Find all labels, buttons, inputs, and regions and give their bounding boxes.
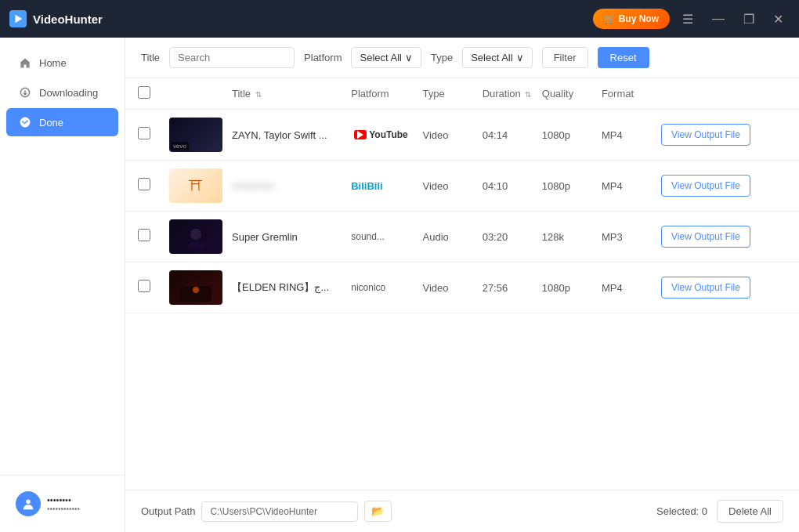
table-row: Super Gremlin sound... Audio 03:20 128k …: [125, 212, 799, 262]
platform-select-value: Select All: [360, 52, 401, 63]
row4-thumb: [169, 270, 232, 305]
menu-button[interactable]: ☰: [676, 9, 700, 30]
minimize-button[interactable]: —: [706, 9, 731, 29]
svg-marker-0: [16, 15, 23, 24]
row4-title: 【ELDEN RING】ج...: [232, 280, 351, 295]
row3-view-output-button[interactable]: View Output File: [661, 226, 750, 248]
row2-view-output-button[interactable]: View Output File: [661, 175, 750, 197]
yt-red-bg: [354, 130, 367, 139]
row1-select[interactable]: [138, 127, 150, 139]
row1-action: View Output File: [661, 124, 786, 146]
filter-button[interactable]: Filter: [542, 47, 588, 68]
svg-point-1: [26, 500, 30, 504]
row3-platform: sound...: [351, 231, 422, 242]
row1-platform: YouTube: [351, 128, 422, 141]
search-input[interactable]: [169, 47, 295, 68]
sidebar-item-done[interactable]: Done: [6, 108, 118, 136]
type-chevron-icon: ∨: [516, 52, 524, 63]
header-type: Type: [423, 88, 483, 100]
table-row: ⛩ •••••••••••••• BiliBili Video 04:10 10…: [125, 161, 799, 212]
svg-point-3: [188, 241, 204, 248]
table-header: Title ⇅ Platform Type Duration ⇅ Quality…: [125, 78, 799, 110]
type-select[interactable]: Select All ∨: [462, 47, 532, 68]
footer: Output Path 📂 Selected: 0 Delete All: [125, 490, 799, 532]
close-button[interactable]: ✕: [767, 9, 790, 30]
row4-duration: 27:56: [483, 282, 542, 294]
user-name: ••••••••: [47, 495, 80, 505]
youtube-logo: YouTube: [351, 128, 411, 141]
output-path-label: Output Path: [141, 505, 195, 517]
output-path-input[interactable]: [201, 501, 358, 522]
user-info[interactable]: •••••••• ••••••••••••: [9, 485, 115, 523]
yt-wordmark: YouTube: [369, 129, 408, 140]
maximize-button[interactable]: ❐: [737, 9, 761, 30]
row2-select[interactable]: [138, 178, 150, 190]
row2-thumb: ⛩: [169, 168, 232, 203]
soundcloud-label: sound...: [351, 231, 385, 242]
row1-quality: 1080p: [542, 129, 602, 141]
title-label: Title: [141, 52, 160, 63]
sidebar-nav: Home Downloading Done: [0, 38, 125, 147]
titlebar: VideoHunter 🛒 Buy Now ☰ — ❐ ✕: [0, 0, 799, 38]
row1-format: MP4: [602, 129, 661, 141]
footer-right: Selected: 0 Delete All: [656, 500, 783, 523]
row3-type: Audio: [423, 231, 483, 243]
header-duration: Duration ⇅: [483, 88, 542, 100]
output-path-section: Output Path 📂: [141, 501, 392, 522]
row4-quality: 1080p: [542, 282, 602, 294]
row4-checkbox: [138, 280, 169, 295]
yt-play-icon: [357, 131, 363, 139]
buy-label: Buy Now: [619, 13, 659, 24]
platform-chevron-icon: ∨: [405, 52, 413, 63]
delete-all-button[interactable]: Delete All: [717, 500, 783, 523]
sidebar-item-done-label: Done: [39, 117, 63, 128]
cart-icon: 🛒: [604, 13, 616, 24]
titlebar-left: VideoHunter: [9, 10, 103, 27]
row1-checkbox: [138, 127, 169, 143]
row2-platform: BiliBili: [351, 180, 422, 192]
reset-button[interactable]: Reset: [598, 47, 649, 68]
select-all-checkbox[interactable]: [138, 86, 150, 99]
row1-view-output-button[interactable]: View Output File: [661, 124, 750, 146]
row4-view-output-button[interactable]: View Output File: [661, 277, 750, 299]
sidebar-item-downloading-label: Downloading: [39, 87, 98, 99]
buy-button[interactable]: 🛒 Buy Now: [593, 9, 670, 29]
type-label: Type: [431, 52, 453, 63]
row1-duration: 04:14: [483, 129, 542, 141]
svg-point-5: [193, 287, 199, 293]
row3-duration: 03:20: [483, 231, 542, 243]
row4-platform: niconico: [351, 282, 422, 293]
sidebar-item-home[interactable]: Home: [6, 49, 118, 77]
header-checkbox-col: [138, 86, 169, 101]
table-row: 【ELDEN RING】ج... niconico Video 27:56 10…: [125, 262, 799, 313]
row4-format: MP4: [602, 282, 661, 294]
sidebar: Home Downloading Done •••••••• •••••••••…: [0, 38, 125, 532]
sidebar-bottom: •••••••• ••••••••••••: [0, 475, 125, 532]
sidebar-item-home-label: Home: [39, 57, 67, 69]
sidebar-item-downloading[interactable]: Downloading: [6, 78, 118, 107]
row4-select[interactable]: [138, 280, 150, 292]
titlebar-right: 🛒 Buy Now ☰ — ❐ ✕: [593, 9, 790, 30]
selected-count: Selected: 0: [656, 505, 707, 517]
table-container: Title ⇅ Platform Type Duration ⇅ Quality…: [125, 78, 799, 490]
toolbar: Title Platform Select All ∨ Type Select …: [125, 38, 799, 78]
row3-quality: 128k: [542, 231, 602, 243]
row2-action: View Output File: [661, 175, 786, 197]
header-title: Title ⇅: [232, 88, 351, 100]
row4-action: View Output File: [661, 277, 786, 299]
row3-select[interactable]: [138, 229, 150, 241]
row3-action: View Output File: [661, 226, 786, 248]
user-avatar: [16, 491, 41, 516]
main-layout: Home Downloading Done •••••••• •••••••••…: [0, 38, 799, 532]
row1-title: ZAYN, Taylor Swift ...: [232, 129, 351, 141]
open-folder-button[interactable]: 📂: [364, 501, 392, 522]
user-sub: ••••••••••••: [47, 505, 80, 513]
row2-duration: 04:10: [483, 180, 542, 192]
row2-title: ••••••••••••••: [232, 181, 351, 190]
platform-select[interactable]: Select All ∨: [351, 47, 421, 68]
row3-checkbox: [138, 229, 169, 244]
row1-type: Video: [423, 129, 483, 141]
row2-format: MP4: [602, 180, 661, 192]
type-select-value: Select All: [471, 52, 512, 63]
app-title: VideoHunter: [33, 13, 103, 26]
